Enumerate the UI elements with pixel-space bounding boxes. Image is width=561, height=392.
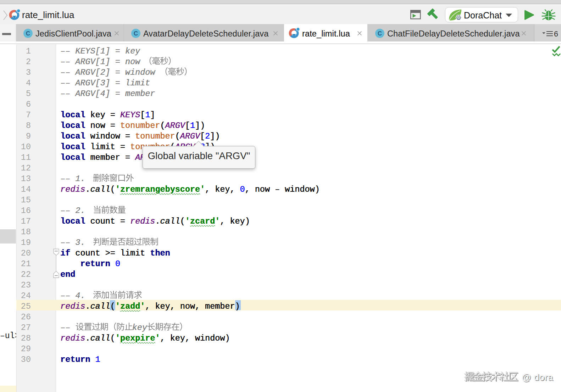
svg-text:C: C [378,30,382,37]
svg-text:C: C [26,30,30,37]
svg-text:C: C [134,30,138,37]
svg-text:6: 6 [554,30,558,38]
